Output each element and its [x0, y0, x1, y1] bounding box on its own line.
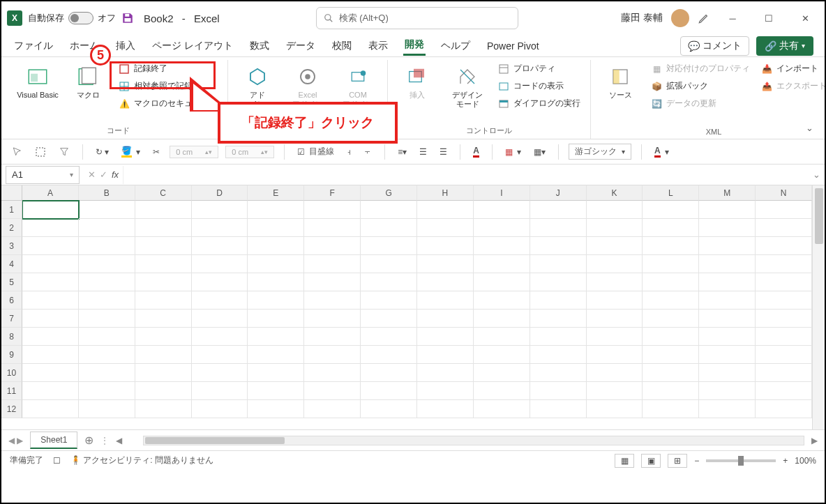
- cell[interactable]: [756, 382, 812, 400]
- cell[interactable]: [192, 255, 248, 273]
- cell[interactable]: [304, 237, 361, 255]
- cell[interactable]: [474, 310, 530, 328]
- align-right[interactable]: ☰: [437, 147, 450, 157]
- cell[interactable]: [699, 328, 756, 346]
- cell[interactable]: [361, 328, 417, 346]
- cell[interactable]: [474, 201, 530, 219]
- cell[interactable]: [417, 237, 474, 255]
- page-layout-button[interactable]: ▣: [641, 454, 661, 468]
- cell[interactable]: [417, 346, 474, 364]
- cell[interactable]: [756, 328, 812, 346]
- cell[interactable]: [304, 382, 361, 400]
- macro-stop-status-icon[interactable]: ☐: [53, 456, 61, 466]
- cell[interactable]: [361, 291, 417, 310]
- cell[interactable]: [643, 201, 699, 219]
- cell[interactable]: [643, 346, 699, 364]
- tab-insert[interactable]: 挿入: [114, 37, 137, 55]
- cell[interactable]: [643, 382, 699, 400]
- import-button[interactable]: 📥 インポート: [758, 61, 826, 76]
- comments-button[interactable]: 💬 コメント: [680, 36, 749, 56]
- cell[interactable]: [248, 310, 304, 328]
- row-header[interactable]: 1: [1, 201, 22, 219]
- cell[interactable]: [756, 273, 812, 291]
- vertical-scrollbar[interactable]: [812, 185, 825, 429]
- cell[interactable]: [135, 237, 192, 255]
- cell[interactable]: [79, 201, 135, 219]
- select-all-corner[interactable]: [1, 185, 22, 201]
- tab-data[interactable]: データ: [285, 37, 317, 55]
- table-tool[interactable]: ▦▾: [531, 147, 548, 157]
- cell[interactable]: [587, 364, 643, 382]
- filter-tool[interactable]: [56, 146, 73, 158]
- cell[interactable]: [699, 346, 756, 364]
- cell[interactable]: [135, 291, 192, 310]
- macro-button[interactable]: マクロ: [66, 61, 110, 102]
- cell[interactable]: [587, 400, 643, 418]
- cell[interactable]: [304, 346, 361, 364]
- cell[interactable]: [135, 346, 192, 364]
- cell[interactable]: [22, 346, 79, 364]
- cell[interactable]: [530, 219, 587, 237]
- row-header[interactable]: 10: [1, 364, 22, 382]
- cell[interactable]: [530, 400, 587, 418]
- pen-icon[interactable]: [698, 12, 710, 24]
- cell[interactable]: [304, 310, 361, 328]
- gridlines-toggle[interactable]: ☑ 目盛線: [294, 146, 337, 158]
- cell[interactable]: [304, 291, 361, 310]
- cell[interactable]: [643, 328, 699, 346]
- cell[interactable]: [79, 310, 135, 328]
- cell[interactable]: [699, 382, 756, 400]
- visual-basic-button[interactable]: Visual Basic: [15, 61, 60, 102]
- cell[interactable]: [587, 255, 643, 273]
- cell[interactable]: [587, 201, 643, 219]
- cell[interactable]: [474, 219, 530, 237]
- cell[interactable]: [248, 382, 304, 400]
- height-input[interactable]: 0 cm▴▾: [225, 146, 274, 158]
- cell[interactable]: [22, 219, 79, 237]
- row-header[interactable]: 11: [1, 382, 22, 400]
- spreadsheet-grid[interactable]: 123456789101112 ABCDEFGHIJKLMN: [1, 185, 825, 429]
- cell[interactable]: [248, 346, 304, 364]
- cell[interactable]: [304, 201, 361, 219]
- page-break-button[interactable]: ⊞: [668, 454, 687, 468]
- cell[interactable]: [248, 291, 304, 310]
- cell[interactable]: [474, 400, 530, 418]
- cell[interactable]: [530, 237, 587, 255]
- cell[interactable]: [756, 219, 812, 237]
- row-header[interactable]: 6: [1, 291, 22, 310]
- cell[interactable]: [699, 219, 756, 237]
- cell[interactable]: [643, 291, 699, 310]
- cell[interactable]: [417, 310, 474, 328]
- cell[interactable]: [530, 273, 587, 291]
- cell[interactable]: [192, 400, 248, 418]
- cell[interactable]: [530, 255, 587, 273]
- toggle-switch[interactable]: [68, 12, 93, 24]
- cell[interactable]: [79, 273, 135, 291]
- cell[interactable]: [530, 382, 587, 400]
- cell[interactable]: [79, 382, 135, 400]
- cell[interactable]: [304, 364, 361, 382]
- cell[interactable]: [587, 382, 643, 400]
- cell[interactable]: [699, 364, 756, 382]
- cell[interactable]: [474, 364, 530, 382]
- cell[interactable]: [587, 328, 643, 346]
- share-button[interactable]: 🔗 共有 ▾: [756, 36, 813, 56]
- cell[interactable]: [417, 273, 474, 291]
- crop-tool[interactable]: ✂: [150, 147, 163, 157]
- search-box[interactable]: 検索 (Alt+Q): [316, 7, 518, 29]
- accessibility-status[interactable]: 🧍 アクセシビリティ: 問題ありません: [70, 455, 213, 466]
- cell[interactable]: [22, 255, 79, 273]
- maximize-button[interactable]: ☐: [755, 8, 783, 29]
- cell[interactable]: [530, 291, 587, 310]
- cell[interactable]: [248, 400, 304, 418]
- properties-button[interactable]: プロパティ: [495, 61, 583, 76]
- row-header[interactable]: 4: [1, 255, 22, 273]
- align-left[interactable]: ≡▾: [395, 147, 410, 157]
- column-header[interactable]: A: [22, 185, 79, 201]
- cell[interactable]: [530, 201, 587, 219]
- cell[interactable]: [699, 400, 756, 418]
- cell[interactable]: [474, 291, 530, 310]
- cell[interactable]: [474, 237, 530, 255]
- zoom-out-button[interactable]: −: [694, 456, 699, 466]
- autosave-toggle[interactable]: 自動保存 オフ: [28, 12, 116, 24]
